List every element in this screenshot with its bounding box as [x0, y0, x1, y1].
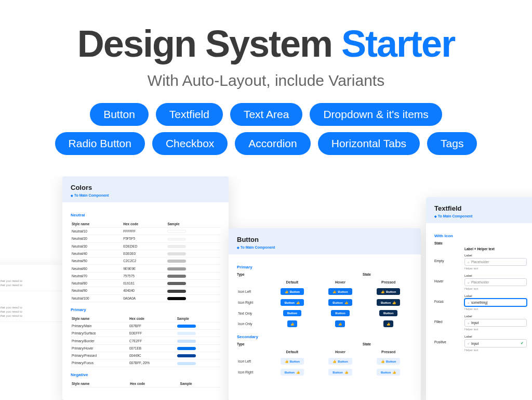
demo-button[interactable]: 👍	[287, 320, 297, 327]
sample-cell	[176, 344, 220, 352]
demo-button[interactable]: Button👍	[281, 369, 304, 376]
style-name: Neutral/90	[71, 287, 122, 294]
panel-title: Button	[237, 236, 413, 243]
style-name: Primary/Pressed	[71, 352, 128, 359]
style-name: Neutral/80	[71, 279, 122, 287]
tf-label: Label	[464, 274, 532, 277]
thumbs-up-icon: 👍	[392, 301, 396, 304]
demo-button[interactable]: 👍Button	[377, 358, 400, 365]
pill-textfield[interactable]: Textfield	[156, 103, 223, 126]
swatch	[167, 297, 186, 300]
sample-cell	[166, 265, 220, 272]
demo-button[interactable]: 👍	[335, 320, 345, 327]
to-main-component-link[interactable]: To Main Component	[71, 193, 109, 197]
thumbs-up-icon: 👍	[285, 359, 288, 363]
color-row: Neutral/50C2C2C2	[71, 257, 220, 265]
sample-title: Sample text	[0, 275, 57, 278]
tf-input[interactable]: ⌕Input✔	[464, 339, 527, 347]
tf-text: Placeholder	[471, 260, 489, 264]
color-group-neutral: Neutral	[71, 213, 220, 217]
panel-header: Button To Main Component	[229, 228, 421, 254]
tf-input[interactable]: ⌕Placeholder	[464, 278, 527, 286]
sample-title: Sample text	[0, 302, 57, 305]
demo-button[interactable]: Button👍	[377, 369, 400, 376]
swatch	[167, 245, 186, 248]
button-cell: Button👍	[364, 297, 413, 308]
to-main-component-link[interactable]: To Main Component	[434, 214, 472, 218]
button-label: Button	[386, 360, 396, 363]
state-heading: State	[363, 342, 371, 346]
pill-horizontal-tabs[interactable]: Horizontal Tabs	[318, 132, 420, 155]
demo-button[interactable]: 👍Button	[328, 358, 352, 365]
tf-state-label: Empty	[434, 254, 460, 263]
pill-button[interactable]: Button	[90, 103, 149, 126]
tf-field-wrap: Label⌕InputHelper text	[464, 315, 532, 331]
style-name: Primary/Focus	[71, 359, 128, 367]
tf-field-wrap: Label⌕PlaceholderHelper text	[464, 274, 532, 290]
state-heading: State	[434, 241, 443, 245]
swatch	[167, 275, 186, 278]
panel-title: Textfield	[434, 204, 532, 212]
button-label: Button	[383, 312, 393, 315]
demo-button[interactable]: Button👍	[377, 299, 400, 306]
button-cell: Button👍	[364, 367, 413, 378]
demo-button[interactable]: Button👍	[281, 299, 304, 306]
type-heading: Type	[237, 342, 245, 346]
type-label: Icon Only	[237, 318, 268, 329]
color-table: Style nameHex codeSamplePrimary/Main007B…	[71, 315, 220, 367]
panels-area: (px) Sample text Welcome. Here's what yo…	[0, 176, 532, 400]
demo-button[interactable]: Button	[379, 310, 397, 316]
button-label: Button	[332, 371, 342, 374]
pill-dropdown-it-s-items[interactable]: Dropdown & it's items	[310, 103, 442, 126]
hex-code: 00449C	[128, 352, 176, 359]
pill-accordion[interactable]: Accordion	[235, 132, 310, 155]
demo-button[interactable]: Button	[331, 310, 349, 316]
demo-button[interactable]: Button👍	[328, 299, 352, 306]
demo-button[interactable]: Button	[283, 310, 301, 316]
button-row: Icon Left👍Button👍Button👍Button	[237, 356, 413, 367]
col-header: Hex code	[128, 315, 176, 322]
style-name: Neutral/40	[71, 250, 122, 257]
to-main-component-link[interactable]: To Main Component	[237, 246, 275, 249]
hex-code: 007BFF, 20%	[128, 359, 176, 367]
thumbs-up-icon: 👍	[381, 290, 384, 293]
demo-button[interactable]: 👍Button	[281, 288, 304, 295]
button-cell: 👍Button	[316, 356, 365, 367]
section-secondary: Secondary	[237, 334, 413, 339]
tf-input[interactable]: ⌕something|	[464, 299, 527, 306]
swatch	[167, 290, 186, 293]
sample-cell	[176, 330, 220, 337]
color-row: Neutral/609E9E9E	[71, 265, 220, 272]
sample-cell	[176, 337, 220, 344]
color-row: Primary/Main007BFF	[71, 322, 220, 329]
check-icon: ✔	[521, 341, 524, 345]
demo-button[interactable]: 👍Button	[328, 288, 352, 295]
color-table: Style nameHex codeSampleNeutral/10FFFFFF…	[71, 221, 220, 302]
tf-input[interactable]: ⌕Placeholder	[464, 258, 527, 266]
type-label: Icon Right	[237, 297, 268, 308]
state-heading: State	[363, 273, 371, 276]
hex-code: EDEDED	[122, 242, 166, 250]
hero-subtitle: With Auto-Layout, include Variants	[0, 72, 532, 89]
state-col-default: Default	[268, 348, 316, 356]
sample-line: Welcome. Here's what you need to	[0, 314, 57, 317]
button-label: Button	[381, 371, 391, 374]
pill-text-area[interactable]: Text Area	[230, 103, 303, 126]
pill-checkbox[interactable]: Checkbox	[152, 132, 228, 155]
demo-button[interactable]: 👍Button	[281, 358, 304, 365]
tf-input[interactable]: ⌕Input	[464, 319, 527, 327]
sample-cell	[166, 287, 220, 294]
tf-helper: Helper text	[464, 328, 532, 331]
demo-button[interactable]: Button👍	[328, 369, 352, 376]
col-header: Hex code	[129, 380, 179, 388]
color-group-negative: Negative	[71, 372, 220, 377]
demo-button[interactable]: 👍Button	[377, 288, 400, 295]
demo-button[interactable]: 👍	[383, 320, 393, 327]
pill-radio-button[interactable]: Radio Button	[55, 132, 145, 155]
state-col-hover: Hover	[316, 348, 365, 356]
col-header: Sample	[179, 380, 220, 388]
tf-label: Label	[464, 335, 532, 338]
tf-label: Label	[464, 254, 532, 257]
swatch	[167, 267, 186, 270]
pill-tags[interactable]: Tags	[427, 132, 477, 155]
